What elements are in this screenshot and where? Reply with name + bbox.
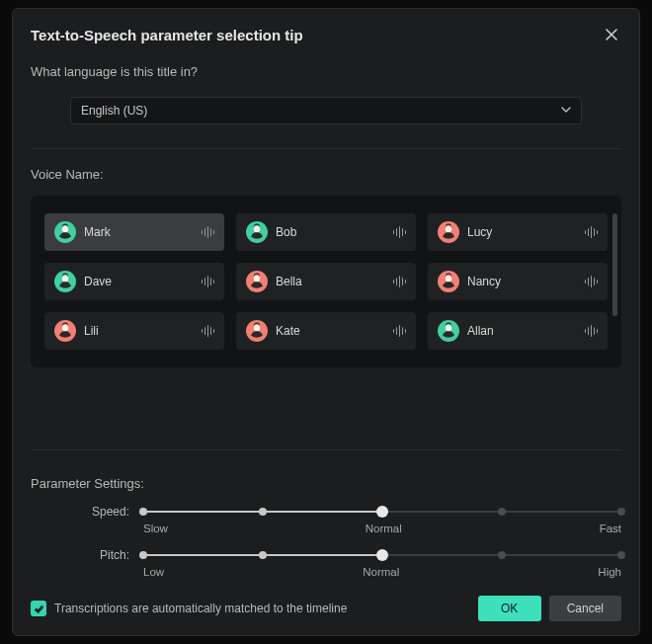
language-select[interactable]: English (US) — [70, 97, 582, 124]
divider — [31, 449, 621, 450]
voice-item-kate[interactable]: Kate — [236, 312, 416, 350]
voice-name-label: Dave — [84, 275, 194, 288]
pitch-slider[interactable] — [143, 548, 621, 562]
speed-slider[interactable] — [143, 505, 621, 519]
pitch-label: Pitch: — [31, 548, 129, 562]
voice-item-dave[interactable]: Dave — [44, 263, 224, 300]
waveform-icon[interactable] — [393, 276, 407, 287]
voice-scrollbar[interactable] — [612, 213, 617, 350]
speed-slider-row: Speed: — [31, 505, 621, 519]
voice-name-label: Lucy — [467, 225, 577, 239]
voice-item-mark[interactable]: Mark — [44, 213, 224, 251]
check-icon — [34, 604, 44, 614]
voice-name-label: Mark — [84, 225, 194, 239]
dialog-header: Text-to-Speech parameter selection tip — [31, 25, 621, 44]
pitch-tick-high: High — [598, 566, 621, 578]
pitch-slider-row: Pitch: — [31, 548, 621, 562]
svg-point-13 — [62, 325, 68, 331]
voice-name-label: Kate — [276, 324, 385, 338]
avatar-icon — [438, 221, 459, 243]
waveform-icon[interactable] — [202, 226, 215, 238]
avatar-icon — [54, 320, 76, 342]
pitch-ticks: Low Normal High — [143, 566, 621, 578]
cancel-button[interactable]: Cancel — [549, 596, 621, 621]
voice-item-nancy[interactable]: Nancy — [428, 263, 608, 300]
voice-item-allan[interactable]: Allan — [428, 312, 608, 350]
voice-name-label: Lili — [84, 324, 194, 338]
parameter-section-label: Parameter Settings: — [31, 476, 621, 491]
dialog-title: Text-to-Speech parameter selection tip — [31, 27, 303, 43]
svg-point-11 — [446, 276, 451, 282]
avatar-icon — [54, 271, 76, 292]
waveform-icon[interactable] — [202, 276, 215, 287]
svg-point-15 — [254, 325, 260, 331]
avatar-icon — [246, 271, 268, 292]
language-question: What language is this title in? — [31, 64, 621, 79]
waveform-icon[interactable] — [585, 325, 599, 337]
language-selected-value: English (US) — [81, 104, 147, 118]
pitch-tick-normal: Normal — [164, 566, 598, 578]
close-button[interactable] — [602, 25, 621, 44]
voice-item-bob[interactable]: Bob — [236, 213, 416, 251]
voice-item-lili[interactable]: Lili — [44, 312, 224, 350]
voice-section-label: Voice Name: — [31, 167, 621, 182]
speed-tick-slow: Slow — [143, 523, 168, 534]
speed-thumb[interactable] — [376, 506, 388, 518]
speed-tick-normal: Normal — [168, 523, 600, 534]
voice-name-label: Allan — [467, 324, 577, 338]
svg-point-7 — [62, 276, 68, 282]
voice-name-label: Bob — [276, 225, 385, 239]
auto-match-checkbox[interactable] — [31, 601, 46, 616]
svg-point-9 — [254, 276, 260, 282]
avatar-icon — [438, 271, 459, 292]
waveform-icon[interactable] — [585, 226, 599, 238]
dialog-footer: Transcriptions are automatically matched… — [31, 596, 621, 621]
avatar-icon — [246, 221, 268, 243]
waveform-icon[interactable] — [393, 325, 407, 337]
voice-name-label: Bella — [276, 275, 385, 288]
voice-item-bella[interactable]: Bella — [236, 263, 416, 300]
voice-name-label: Nancy — [467, 275, 577, 288]
close-icon — [605, 28, 618, 41]
divider — [31, 148, 621, 149]
svg-point-1 — [62, 226, 68, 232]
scrollbar-thumb[interactable] — [612, 213, 617, 316]
language-select-wrap: English (US) — [31, 97, 621, 144]
chevron-down-icon — [561, 104, 571, 118]
svg-point-3 — [254, 226, 260, 232]
waveform-icon[interactable] — [585, 276, 599, 287]
avatar-icon — [246, 320, 268, 342]
waveform-icon[interactable] — [202, 325, 215, 337]
voice-grid: MarkBobLucyDaveBellaNancyLiliKateAllan — [44, 213, 608, 350]
speed-ticks: Slow Normal Fast — [143, 523, 621, 534]
voice-item-lucy[interactable]: Lucy — [428, 213, 608, 251]
ok-button[interactable]: OK — [478, 596, 541, 621]
voice-panel: MarkBobLucyDaveBellaNancyLiliKateAllan — [31, 196, 621, 367]
auto-match-label: Transcriptions are automatically matched… — [54, 602, 470, 615]
svg-point-5 — [446, 226, 451, 232]
speed-tick-fast: Fast — [600, 523, 621, 534]
pitch-tick-low: Low — [143, 566, 164, 578]
speed-label: Speed: — [31, 505, 129, 519]
waveform-icon[interactable] — [393, 226, 407, 238]
tts-dialog: Text-to-Speech parameter selection tip W… — [12, 8, 640, 636]
avatar-icon — [438, 320, 459, 342]
avatar-icon — [54, 221, 76, 243]
svg-point-17 — [446, 325, 451, 331]
pitch-thumb[interactable] — [376, 549, 388, 561]
